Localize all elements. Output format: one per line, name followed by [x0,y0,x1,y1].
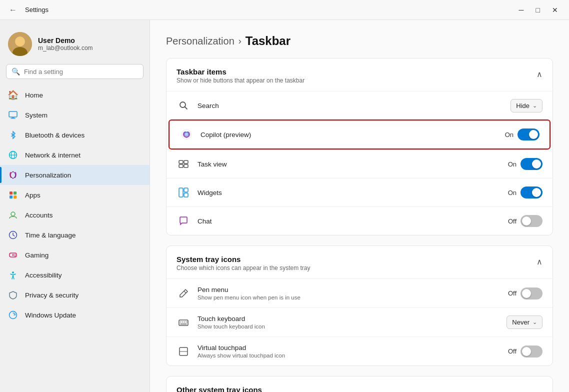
setting-row-touch-keyboard: Touch keyboard Show touch keyboard icon … [166,308,552,336]
taskview-toggle[interactable] [520,158,542,170]
widgets-toggle[interactable] [520,186,542,198]
sidebar-item-label: Accessibility [25,272,142,279]
search-input[interactable] [24,68,138,76]
chat-toggle[interactable] [520,215,542,227]
svg-rect-11 [10,196,12,198]
pen-menu-toggle[interactable] [520,288,542,300]
virtual-touchpad-control: Off [508,346,542,358]
svg-rect-12 [14,196,16,198]
home-icon: 🏠 [8,90,18,100]
svg-rect-4 [12,118,14,118]
sidebar-item-gaming[interactable]: Gaming [0,245,150,265]
chat-value: Off [508,218,516,225]
app-body: User Demo m_lab@outlook.com 🔍 🏠 Home Sys… [0,20,569,392]
svg-rect-28 [179,164,183,168]
toggle-knob [529,130,538,139]
copilot-value: On [505,131,514,138]
back-button[interactable]: ← [6,4,20,16]
section-subtitle: Show or hide buttons that appear on the … [176,77,304,84]
taskview-setting-label: Task view [198,160,501,168]
search-setting-icon [176,98,190,112]
sidebar-item-accessibility[interactable]: Accessibility [0,265,150,285]
svg-point-1 [15,36,25,46]
other-tray-expand-icon[interactable]: ⌄ [536,388,542,392]
taskview-value: On [508,160,516,168]
user-email: m_lab@outlook.com [38,44,93,52]
sidebar-item-label: Time & language [25,232,142,239]
sidebar-item-apps[interactable]: Apps [0,185,150,205]
touch-keyboard-control: Never ⌄ [506,316,542,329]
sidebar-item-time[interactable]: Time & language [0,225,150,245]
sidebar-item-home[interactable]: 🏠 Home [0,85,150,105]
copilot-control: On [505,128,540,140]
widgets-value: On [508,189,516,196]
app-title: Settings [25,6,514,14]
pen-menu-control: Off [508,288,542,300]
sidebar-item-accounts[interactable]: Accounts [0,205,150,225]
svg-rect-9 [10,192,12,194]
avatar [8,32,32,56]
network-icon [8,150,18,160]
copilot-setting-label: Copilot (preview) [200,131,498,138]
setting-row-copilot: Copilot (preview) On [168,120,550,150]
section-header-tray: System tray icons Choose which icons can… [166,246,552,278]
maximize-button[interactable]: □ [531,4,545,16]
setting-row-chat: Chat Off [166,206,552,235]
virtual-touchpad-label: Virtual touchpad [198,344,285,352]
copilot-icon [180,128,194,142]
svg-rect-30 [179,188,183,197]
window-controls: ─ □ ✕ [514,4,563,16]
sidebar-item-label: Gaming [25,252,142,259]
svg-point-21 [10,312,17,319]
setting-row-taskview: Task view On [166,150,552,178]
svg-rect-34 [179,320,188,326]
toggle-knob [532,160,541,168]
widgets-control: On [508,186,542,198]
virtual-touchpad-toggle[interactable] [520,346,542,358]
nav-list: 🏠 Home System Bluetooth & devices Netw [0,83,150,327]
touch-keyboard-dropdown[interactable]: Never ⌄ [506,316,542,329]
widgets-setting-icon [176,186,190,200]
search-box[interactable]: 🔍 [6,64,144,79]
apps-icon [8,190,18,200]
breadcrumb-separator: › [238,36,242,46]
sidebar-item-system[interactable]: System [0,105,150,125]
chevron-down-icon: ⌄ [532,102,537,109]
copilot-toggle[interactable] [518,128,540,140]
virtual-touchpad-value: Off [508,348,516,355]
close-button[interactable]: ✕ [547,4,563,16]
svg-rect-26 [179,160,183,164]
sidebar-item-label: System [25,112,142,119]
section-header-other-tray: Other system tray icons Show or hide add… [166,376,552,392]
minimize-button[interactable]: ─ [514,4,529,16]
sidebar-item-bluetooth[interactable]: Bluetooth & devices [0,125,150,145]
svg-point-18 [14,254,16,256]
chat-setting-label: Chat [198,218,501,225]
section-collapse-icon[interactable]: ∧ [536,70,542,79]
section-header-taskbar: Taskbar items Show or hide buttons that … [166,58,552,91]
search-dropdown[interactable]: Hide ⌄ [510,99,542,112]
system-tray-section: System tray icons Choose which icons can… [166,246,553,366]
toggle-knob [522,347,531,356]
user-name: User Demo [38,36,93,44]
other-tray-title: Other system tray icons [176,386,287,392]
tray-section-collapse-icon[interactable]: ∧ [536,257,542,266]
sidebar-item-update[interactable]: Windows Update [0,305,150,325]
touch-keyboard-icon [176,316,190,330]
setting-row-virtual-touchpad: Virtual touchpad Always show virtual tou… [166,336,552,366]
breadcrumb-parent: Personalization [166,36,234,47]
taskview-control: On [508,158,542,170]
search-icon: 🔍 [12,68,20,76]
personalization-icon [8,170,18,180]
sidebar-item-label: Apps [25,192,142,199]
svg-rect-29 [184,164,188,168]
pen-menu-value: Off [508,290,516,297]
sidebar-item-label: Home [25,92,142,99]
svg-point-20 [12,272,14,274]
main-content: Personalization › Taskbar Taskbar items … [150,20,569,392]
search-setting-label: Search [198,102,504,110]
sidebar-item-personalization[interactable]: Personalization [0,165,150,185]
svg-point-19 [14,256,16,256]
sidebar-item-network[interactable]: Network & internet [0,145,150,165]
sidebar-item-privacy[interactable]: Privacy & security [0,285,150,305]
